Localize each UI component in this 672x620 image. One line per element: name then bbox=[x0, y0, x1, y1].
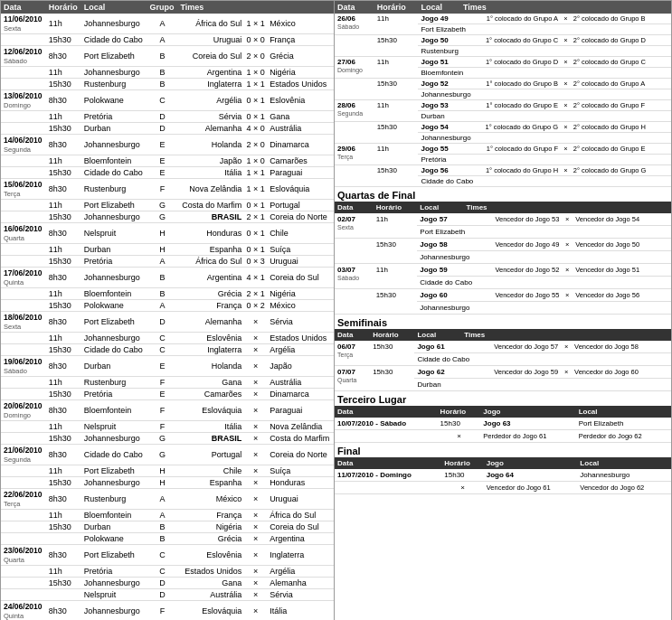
away-team: Chile bbox=[267, 223, 334, 244]
table-row: 02/07Sexta 11h Jogo 57 Vencedor do Jogo … bbox=[335, 213, 671, 226]
score-cell: × bbox=[244, 601, 267, 621]
away-team: Nigéria bbox=[267, 288, 334, 300]
venue-cell: Rustenburg bbox=[81, 79, 147, 90]
score-cell: 1 × 1 bbox=[244, 167, 267, 179]
score-cell: 2 × 0 bbox=[244, 46, 267, 67]
q-score: × bbox=[562, 289, 573, 302]
score-cell: × bbox=[244, 510, 267, 521]
r16-jogo: Jogo 51 bbox=[418, 57, 460, 68]
venue-cell: Rustenburg bbox=[81, 377, 147, 389]
time-cell: 15h30 bbox=[46, 389, 81, 400]
time-cell: 15h30 bbox=[46, 211, 81, 223]
venue-cell: Johannesburgo bbox=[81, 14, 147, 34]
table-row: 15h30 Pretória E Camarões × Dinamarca bbox=[1, 389, 334, 400]
q-time: 11h bbox=[374, 264, 418, 289]
home-team: Uruguai bbox=[177, 34, 244, 46]
sf-col-local: Local bbox=[414, 329, 461, 341]
r16-date bbox=[335, 165, 374, 187]
sf-time: 15h30 bbox=[370, 366, 414, 391]
t-venue: Port Elizabeth bbox=[576, 418, 671, 430]
table-row: 15h30 Johannesburgo D Gana × Alemanha bbox=[1, 578, 334, 589]
away-team: Suíça bbox=[267, 465, 334, 477]
home-team: Gana bbox=[177, 578, 244, 589]
group-cell: E bbox=[147, 356, 178, 377]
group-cell: G bbox=[147, 211, 178, 223]
venue-cell: Pretória bbox=[81, 111, 147, 123]
score-cell: × bbox=[244, 356, 267, 377]
t-col-local: Local bbox=[576, 406, 671, 418]
date-cell: 23/06/2010Quarta bbox=[1, 545, 46, 566]
q-team1: Vencedor do Jogo 52 bbox=[464, 264, 563, 277]
home-team: Costa do Marfim bbox=[177, 200, 244, 211]
date-cell bbox=[1, 533, 46, 545]
group-stage-table: Data Horário Local Grupo Times 11/06/201… bbox=[1, 1, 334, 620]
home-team: Itália bbox=[177, 421, 244, 433]
group-cell: C bbox=[147, 545, 178, 566]
table-row: 11h Bloemfontein B Grécia 2 × 1 Nigéria bbox=[1, 288, 334, 300]
r16-score: × bbox=[561, 14, 571, 24]
away-team: Honduras bbox=[267, 477, 334, 489]
group-cell: D bbox=[147, 123, 178, 135]
date-cell bbox=[1, 465, 46, 477]
sf-venue: Durban bbox=[414, 379, 671, 391]
home-team: Alemanha bbox=[177, 312, 244, 333]
score-cell: × bbox=[244, 421, 267, 433]
time-cell: 11h bbox=[46, 333, 81, 344]
group-cell: B bbox=[147, 533, 178, 545]
table-row: 11h Johannesburgo C Eslovênia × Estados … bbox=[1, 333, 334, 344]
score-cell: 1 × 0 bbox=[244, 155, 267, 167]
r16-jogo: Jogo 50 bbox=[418, 35, 460, 46]
away-team: Paraguai bbox=[267, 167, 334, 179]
venue-cell: Pretória bbox=[81, 566, 147, 578]
venue-cell: Port Elizabeth bbox=[81, 545, 147, 566]
score-cell: × bbox=[244, 477, 267, 489]
table-row: 17/06/2010Quinta 8h30 Johannesburgo B Ar… bbox=[1, 268, 334, 288]
date-cell bbox=[1, 300, 46, 312]
score-cell: 4 × 0 bbox=[244, 123, 267, 135]
venue-cell: Durban bbox=[81, 521, 147, 533]
r16-venue: Johannesburgo bbox=[418, 89, 671, 100]
venue-cell: Polokwane bbox=[81, 90, 147, 111]
table-row: 15h30 Jogo 52 1° colocado do Grupo B × 2… bbox=[335, 79, 671, 89]
time-cell: 15h30 bbox=[46, 123, 81, 135]
date-cell: 18/06/2010Sexta bbox=[1, 312, 46, 333]
table-row: 21/06/2010Segunda 8h30 Cidade do Cabo G … bbox=[1, 445, 334, 465]
home-team: Itália bbox=[177, 167, 244, 179]
venue-cell: Cidade do Cabo bbox=[81, 445, 147, 465]
f-col-horario: Horário bbox=[441, 457, 483, 469]
group-cell: C bbox=[147, 344, 178, 356]
score-cell: 0 × 1 bbox=[244, 111, 267, 123]
table-row: 29/06Terça 11h Jogo 55 1° colocado do Gr… bbox=[335, 144, 671, 155]
date-cell: 24/06/2010Quinta bbox=[1, 601, 46, 621]
away-team: Uruguai bbox=[267, 489, 334, 510]
date-cell: 20/06/2010Domingo bbox=[1, 400, 46, 421]
away-team: Austrália bbox=[267, 377, 334, 389]
r16-jogo: Jogo 55 bbox=[418, 144, 460, 155]
away-team: Nova Zelândia bbox=[267, 421, 334, 433]
q-time: 11h bbox=[374, 213, 418, 239]
time-cell: 11h bbox=[46, 288, 81, 300]
time-cell: 8h30 bbox=[46, 489, 81, 510]
date-cell: 12/06/2010Sábado bbox=[1, 46, 46, 67]
group-cell: C bbox=[147, 333, 178, 344]
q-team2: Vencedor do Jogo 50 bbox=[573, 239, 671, 251]
table-row: 15h30 Pretória A África do Sul 0 × 3 Uru… bbox=[1, 256, 334, 268]
time-cell: 8h30 bbox=[46, 445, 81, 465]
r16-time: 15h30 bbox=[374, 122, 419, 144]
date-cell bbox=[1, 34, 46, 46]
r16-team2: 2° colocado do Grupo B bbox=[571, 14, 671, 24]
time-cell: 15h30 bbox=[46, 344, 81, 356]
q-team2: Vencedor do Jogo 54 bbox=[573, 213, 671, 226]
group-cell: F bbox=[147, 400, 178, 421]
score-cell: 0 × 3 bbox=[244, 256, 267, 268]
left-panel: Data Horário Local Grupo Times 11/06/201… bbox=[0, 0, 335, 620]
date-cell: 17/06/2010Quinta bbox=[1, 268, 46, 288]
score-cell: × bbox=[244, 489, 267, 510]
away-team: Inglaterra bbox=[267, 545, 334, 566]
terceiro-title: Terceiro Lugar bbox=[335, 391, 671, 406]
group-cell: B bbox=[147, 46, 178, 67]
table-row: 28/06Segunda 11h Jogo 53 1° colocado do … bbox=[335, 100, 671, 111]
group-cell: D bbox=[147, 589, 178, 601]
table-row: 24/06/2010Quinta 8h30 Johannesburgo F Es… bbox=[1, 601, 334, 621]
table-row: 15h30 Jogo 56 1° colocado do Grupo H × 2… bbox=[335, 165, 671, 176]
